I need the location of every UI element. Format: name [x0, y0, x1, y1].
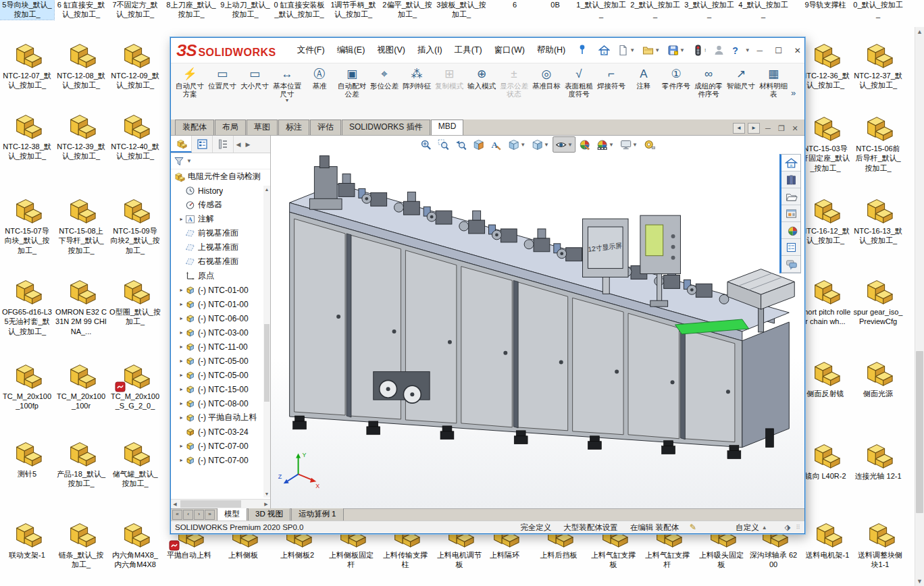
desktop-icon[interactable]: 0_默认_按加工_ — [851, 0, 905, 20]
document-tab-3D 视图[interactable]: 3D 视图 — [248, 508, 290, 521]
zoom-to-fit-button[interactable] — [417, 136, 434, 153]
expand-arrow-icon[interactable]: ▸ — [178, 315, 185, 321]
chevron-down-icon[interactable]: ▼ — [567, 142, 573, 148]
tree-item[interactable]: ▸(-) NTC-11-00 — [171, 340, 270, 354]
view-palette-tab[interactable] — [781, 205, 800, 222]
new-document-button[interactable]: ▼ — [616, 43, 636, 58]
desktop-icon[interactable]: 5导向块_默认_按加工_ — [0, 0, 54, 20]
scroll-up-icon[interactable]: ▲ — [263, 186, 270, 193]
chevron-down-icon[interactable]: ▼ — [609, 142, 614, 148]
ribbon-tab-标注[interactable]: 标注 — [278, 119, 309, 135]
desktop-icon[interactable]: 送料电机架-1 — [800, 518, 854, 560]
tree-item[interactable]: ▸注解 — [171, 212, 270, 226]
desktop-icon[interactable]: 链条_默认_按加工_ — [54, 518, 108, 570]
tree-filter[interactable]: ▼ — [171, 153, 270, 169]
chevron-down-icon[interactable]: ▼ — [654, 47, 660, 53]
doc-close-button[interactable]: ✕ — [790, 124, 800, 133]
tab-configuration-manager[interactable] — [213, 136, 234, 153]
tree-item[interactable]: 右视基准面 — [171, 255, 270, 269]
desktop-icon[interactable]: NTC-12-38_默认_按加工_ — [0, 109, 54, 161]
desktop-icon[interactable]: NTC-15-07导向块_默认_按加工_ — [0, 194, 54, 255]
menu-item[interactable]: 帮助(H) — [531, 42, 571, 59]
tree-item[interactable]: 前视基准面 — [171, 226, 270, 240]
scroll-up-icon[interactable]: ▲ — [915, 27, 924, 36]
custom-properties-tab[interactable] — [781, 239, 800, 256]
toolbar-button[interactable]: ⚡自动尺寸方案 — [174, 65, 206, 99]
panel-tab-left-icon[interactable]: ◀ — [234, 136, 243, 153]
help-button[interactable]: ? — [731, 43, 740, 58]
pin-icon[interactable] — [578, 44, 586, 57]
measure-button[interactable] — [641, 136, 658, 153]
desktop-icon[interactable]: NTC-15-06前后导杆_默认_按加工_ — [851, 111, 905, 173]
scrollbar-thumb[interactable] — [916, 351, 923, 513]
tree-item[interactable]: (-) NTC-03-24 — [171, 425, 270, 439]
performance-icon[interactable]: ! — [691, 43, 707, 58]
desktop-icon[interactable]: TC_M_20x100_100fp — [0, 359, 54, 411]
section-view-button[interactable] — [470, 136, 487, 153]
custom-unit[interactable]: 自定义 — [736, 523, 759, 533]
desktop-icon[interactable]: 9上动刀_默认_按加工_ — [218, 0, 272, 20]
file-explorer-tab[interactable] — [781, 188, 800, 205]
toolbar-button[interactable]: ∞成组的零件序号 — [692, 65, 725, 99]
tab-property-manager[interactable] — [192, 136, 213, 153]
desktop-icon[interactable]: short pitch roller chain wh... — [798, 275, 852, 327]
graphics-area[interactable]: 12寸显示屏 Y X Z ▼▼▼▼▼ — [271, 136, 804, 508]
desktop-icon[interactable]: TC_M_20x100_100r — [54, 359, 108, 411]
maximize-button[interactable]: ☐ — [769, 43, 788, 59]
menu-item[interactable]: 视图(V) — [371, 42, 411, 59]
expand-arrow-icon[interactable]: ▸ — [178, 344, 185, 350]
desktop-icon[interactable]: NTC-12-37_默认_按加工_ — [851, 38, 905, 90]
tree-item[interactable]: ▸(-) NTC-01-00 — [171, 297, 270, 311]
ribbon-tab-MBD[interactable]: MBD — [431, 119, 464, 135]
desktop-icon[interactable]: NTC-15-08上下导杆_默认_按加工_ — [54, 194, 108, 255]
desktop-icon[interactable]: NTC-12-07_默认_按加工_ — [0, 38, 54, 90]
chevron-down-icon[interactable]: ▼ — [630, 47, 635, 53]
toolbar-button[interactable]: ⌖形位公差 — [368, 65, 401, 90]
tag-icon[interactable]: ⬗ — [785, 523, 791, 532]
annotation-view-button[interactable] — [488, 136, 505, 153]
next-tab-icon[interactable]: › — [194, 510, 204, 520]
scrollbar-thumb[interactable] — [180, 500, 241, 508]
scroll-left-icon[interactable]: ◀ — [171, 500, 179, 508]
dock-left-icon[interactable]: ◄ — [733, 123, 745, 134]
appearances-scenes-tab[interactable] — [781, 222, 800, 239]
chevron-down-icon[interactable]: ▼ — [679, 47, 685, 53]
doc-minimize-button[interactable]: ─ — [763, 124, 773, 133]
toolbar-button[interactable]: ▣自动配对公差 — [336, 65, 368, 99]
desktop-icon[interactable]: O型圈_默认_按加工_ — [108, 275, 162, 327]
document-tab-运动算例 1[interactable]: 运动算例 1 — [291, 508, 344, 521]
desktop-icon[interactable]: NTC-16-12_默认_按加工_ — [798, 194, 852, 246]
prev-tab-icon[interactable]: ‹ — [183, 510, 193, 520]
toolbar-button[interactable]: ①零件序号 — [660, 65, 692, 90]
scroll-right-icon[interactable]: ▶ — [262, 500, 270, 508]
expand-arrow-icon[interactable]: ▸ — [178, 372, 185, 378]
tree-item[interactable]: 传感器 — [171, 198, 270, 212]
desktop-icon[interactable]: TC_M_20x100_S_G_2_0_ — [108, 359, 162, 411]
desktop-icon[interactable]: 6 缸直接安_默认_按加工_ — [54, 0, 108, 20]
desktop-icon[interactable]: 镜向 L40R-2 — [798, 439, 852, 481]
ribbon-tab-草图[interactable]: 草图 — [247, 119, 278, 135]
zoom-to-area-button[interactable] — [435, 136, 452, 153]
home-button[interactable] — [597, 43, 611, 58]
desktop-icon[interactable]: NTC-12-39_默认_按加工_ — [54, 109, 108, 161]
display-style-button[interactable]: ▼ — [529, 136, 552, 153]
toolbar-button[interactable]: ⌐焊接符号 — [595, 65, 627, 90]
desktop-icon[interactable]: NTC-15-09导向块2_默认_按加工_ — [108, 194, 162, 255]
tree-item[interactable]: ▸(-) NTC-08-00 — [171, 396, 270, 410]
ribbon-tab-装配体[interactable]: 装配体 — [175, 119, 214, 135]
hide-show-items-button[interactable]: ▼ — [553, 136, 575, 153]
desktop-icon[interactable]: 储气罐_默认_按加工_ — [108, 437, 162, 489]
close-button[interactable]: ✕ — [788, 43, 807, 59]
desktop-icon[interactable]: 联动支架-1 — [0, 518, 54, 560]
chevron-down-icon[interactable]: ▼ — [544, 142, 549, 148]
expand-arrow-icon[interactable]: ▸ — [178, 216, 185, 222]
expand-arrow-icon[interactable]: ▸ — [178, 386, 185, 392]
toolbar-button[interactable]: √表面粗糙度符号 — [563, 65, 595, 99]
menu-item[interactable]: 插入(I) — [411, 42, 448, 59]
tree-item[interactable]: ▸(-) NTC-15-00 — [171, 382, 270, 396]
apply-scene-button[interactable]: ▼ — [594, 136, 617, 153]
desktop-icon[interactable]: OFG65-d16-L35无油衬套_默认_按加工_ — [0, 275, 54, 336]
toolbar-button[interactable]: ◎基准目标 — [530, 65, 563, 90]
desktop-icon[interactable]: 连接光轴 12-1 — [851, 439, 905, 481]
desktop-icon[interactable]: 测针5 — [0, 437, 54, 479]
